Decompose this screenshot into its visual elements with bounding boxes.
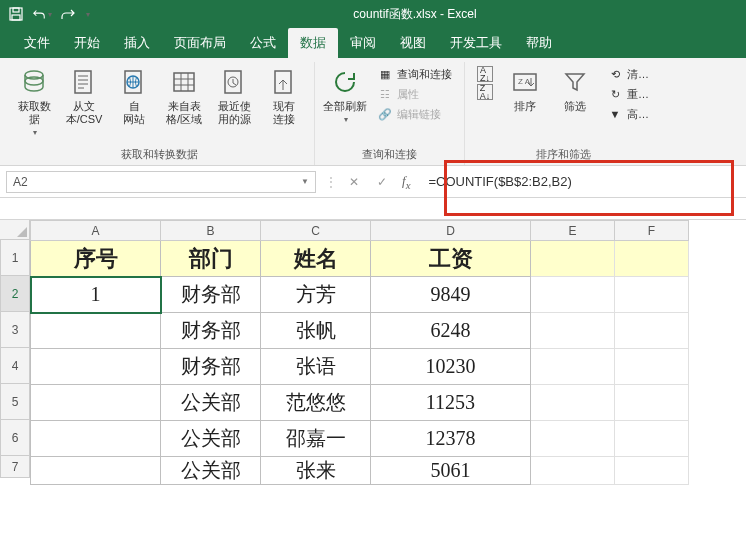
group-label-getdata: 获取和转换数据	[121, 147, 198, 165]
clear-filter-button[interactable]: ⟲清…	[607, 66, 649, 82]
tab-home[interactable]: 开始	[62, 28, 112, 58]
cell-b6[interactable]: 公关部	[161, 421, 261, 457]
table-row: 序号 部门 姓名 工资	[31, 241, 689, 277]
cell-a6[interactable]	[31, 421, 161, 457]
get-data-button[interactable]: 获取数 据▾	[10, 62, 58, 143]
sort-icon: Z A	[509, 66, 541, 98]
tab-help[interactable]: 帮助	[514, 28, 564, 58]
cell-d7[interactable]: 5061	[371, 457, 531, 485]
fx-icon[interactable]: fx	[402, 173, 410, 191]
cell-c7[interactable]: 张来	[261, 457, 371, 485]
cell-c3[interactable]: 张帆	[261, 313, 371, 349]
sort-desc-button[interactable]: ZA↓	[477, 84, 493, 100]
cell-e5[interactable]	[531, 385, 615, 421]
col-header-e[interactable]: E	[531, 221, 615, 241]
cell-f7[interactable]	[615, 457, 689, 485]
cell-b5[interactable]: 公关部	[161, 385, 261, 421]
tab-data[interactable]: 数据	[288, 28, 338, 58]
cell-d3[interactable]: 6248	[371, 313, 531, 349]
row-header-6[interactable]: 6	[0, 420, 30, 456]
row-header-2[interactable]: 2	[0, 276, 30, 312]
from-text-button[interactable]: 从文 本/CSV	[60, 62, 108, 130]
queries-connections-button[interactable]: ▦查询和连接	[377, 66, 452, 82]
col-header-d[interactable]: D	[371, 221, 531, 241]
cell-a5[interactable]	[31, 385, 161, 421]
name-box[interactable]: A2 ▼	[6, 171, 316, 193]
funnel-icon	[559, 66, 591, 98]
tab-developer[interactable]: 开发工具	[438, 28, 514, 58]
tab-insert[interactable]: 插入	[112, 28, 162, 58]
col-header-f[interactable]: F	[615, 221, 689, 241]
row-header-5[interactable]: 5	[0, 384, 30, 420]
cell-b4[interactable]: 财务部	[161, 349, 261, 385]
undo-button[interactable]: ▾	[32, 4, 52, 24]
redo-button[interactable]	[58, 4, 78, 24]
cell-e1[interactable]	[531, 241, 615, 277]
globe-icon	[118, 66, 150, 98]
tab-pagelayout[interactable]: 页面布局	[162, 28, 238, 58]
sort-button[interactable]: Z A 排序	[501, 62, 549, 117]
col-header-c[interactable]: C	[261, 221, 371, 241]
refresh-all-button[interactable]: 全部刷新▾	[321, 62, 369, 130]
reapply-button[interactable]: ↻重…	[607, 86, 649, 102]
name-box-value: A2	[13, 175, 28, 189]
cell-d1[interactable]: 工资	[371, 241, 531, 277]
cell-b1[interactable]: 部门	[161, 241, 261, 277]
cell-c6[interactable]: 邵嘉一	[261, 421, 371, 457]
row-header-4[interactable]: 4	[0, 348, 30, 384]
connection-icon	[268, 66, 300, 98]
cell-a2[interactable]: 1	[31, 277, 161, 313]
cell-e6[interactable]	[531, 421, 615, 457]
recent-button[interactable]: 最近使 用的源	[210, 62, 258, 130]
filter-button[interactable]: 筛选	[551, 62, 599, 117]
tab-view[interactable]: 视图	[388, 28, 438, 58]
cell-a3[interactable]	[31, 313, 161, 349]
from-table-button[interactable]: 来自表 格/区域	[160, 62, 208, 130]
cell-d6[interactable]: 12378	[371, 421, 531, 457]
cell-c2[interactable]: 方芳	[261, 277, 371, 313]
enter-formula-button[interactable]: ✓	[374, 175, 390, 189]
cell-c5[interactable]: 范悠悠	[261, 385, 371, 421]
cell-d5[interactable]: 11253	[371, 385, 531, 421]
from-web-button[interactable]: 自 网站	[110, 62, 158, 130]
cell-c1[interactable]: 姓名	[261, 241, 371, 277]
tab-file[interactable]: 文件	[12, 28, 62, 58]
cell-b2[interactable]: 财务部	[161, 277, 261, 313]
cell-f5[interactable]	[615, 385, 689, 421]
cell-f3[interactable]	[615, 313, 689, 349]
cell-e2[interactable]	[531, 277, 615, 313]
row-header-7[interactable]: 7	[0, 456, 30, 478]
formula-input[interactable]	[420, 174, 746, 189]
cell-f4[interactable]	[615, 349, 689, 385]
recent-label: 最近使 用的源	[218, 100, 251, 126]
col-header-a[interactable]: A	[31, 221, 161, 241]
cell-f6[interactable]	[615, 421, 689, 457]
cell-b7[interactable]: 公关部	[161, 457, 261, 485]
cell-f2[interactable]	[615, 277, 689, 313]
tab-review[interactable]: 审阅	[338, 28, 388, 58]
cell-f1[interactable]	[615, 241, 689, 277]
row-header-3[interactable]: 3	[0, 312, 30, 348]
existing-conn-button[interactable]: 现有 连接	[260, 62, 308, 130]
cell-e4[interactable]	[531, 349, 615, 385]
advanced-filter-button[interactable]: ▼高…	[607, 106, 649, 122]
cell-d4[interactable]: 10230	[371, 349, 531, 385]
tab-formulas[interactable]: 公式	[238, 28, 288, 58]
svg-point-4	[25, 77, 43, 85]
cell-d2[interactable]: 9849	[371, 277, 531, 313]
cell-e3[interactable]	[531, 313, 615, 349]
name-box-dropdown-icon[interactable]: ▼	[301, 177, 309, 186]
save-button[interactable]	[6, 4, 26, 24]
cell-a1[interactable]: 序号	[31, 241, 161, 277]
row-header-1[interactable]: 1	[0, 240, 30, 276]
group-queries: 全部刷新▾ ▦查询和连接 ☷属性 🔗编辑链接 查询和连接	[315, 62, 465, 165]
sort-asc-button[interactable]: AZ↓	[477, 66, 493, 82]
select-all-corner[interactable]	[0, 220, 30, 240]
cancel-formula-button[interactable]: ✕	[346, 175, 362, 189]
cell-e7[interactable]	[531, 457, 615, 485]
cell-c4[interactable]: 张语	[261, 349, 371, 385]
cell-b3[interactable]: 财务部	[161, 313, 261, 349]
cell-a7[interactable]	[31, 457, 161, 485]
col-header-b[interactable]: B	[161, 221, 261, 241]
cell-a4[interactable]	[31, 349, 161, 385]
